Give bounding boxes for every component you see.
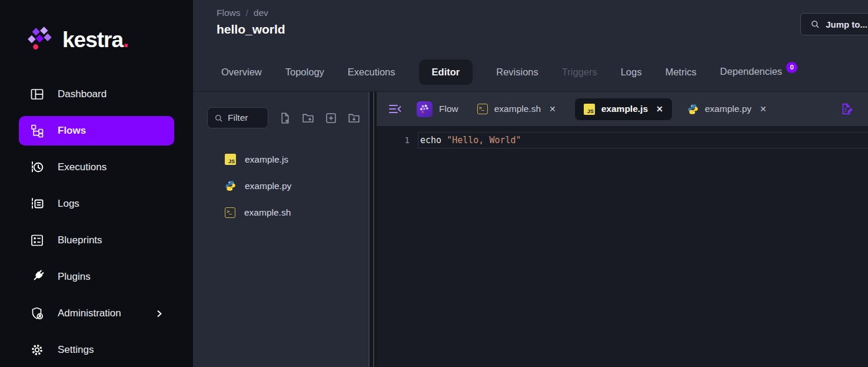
blueprints-icon xyxy=(29,233,45,248)
dependencies-count-badge: 0 xyxy=(786,62,797,73)
shell-icon: >_ xyxy=(225,207,235,218)
code-string: "Hello, World" xyxy=(447,135,521,146)
search-icon xyxy=(214,114,223,123)
tab-triggers: Triggers xyxy=(562,67,597,78)
python-icon xyxy=(687,104,699,115)
panel-splitter[interactable] xyxy=(368,92,377,367)
filter-input[interactable] xyxy=(228,113,263,123)
page-header: Flows / dev hello_world Jump to... xyxy=(193,0,868,53)
flows-icon xyxy=(29,123,45,138)
folder-plus-icon xyxy=(302,112,314,124)
executions-icon xyxy=(29,160,45,175)
file-list: JS example.js example.py >_ example.sh xyxy=(207,146,368,226)
file-plus-icon xyxy=(279,112,291,124)
collapse-explorer-button[interactable] xyxy=(388,103,401,115)
file-item-example-sh[interactable]: >_ example.sh xyxy=(225,199,368,226)
new-folder-button[interactable] xyxy=(302,112,314,124)
tab-revisions[interactable]: Revisions xyxy=(496,67,538,78)
plus-box-icon xyxy=(325,112,337,124)
jump-to-button[interactable]: Jump to... xyxy=(800,13,868,35)
breadcrumb-namespace[interactable]: dev xyxy=(254,8,268,18)
page-title: hello_world xyxy=(217,22,868,37)
javascript-icon: JS xyxy=(225,154,236,165)
editor-tab-example-py[interactable]: example.py ✕ xyxy=(687,104,767,115)
tab-topology[interactable]: Topology xyxy=(285,67,324,78)
administration-icon xyxy=(29,306,45,321)
chevron-right-icon xyxy=(155,309,164,318)
kestra-logo-icon xyxy=(27,27,54,54)
dashboard-icon xyxy=(29,87,45,102)
python-icon xyxy=(225,180,236,191)
menu-collapse-icon xyxy=(388,103,401,115)
shell-icon: >_ xyxy=(477,104,488,114)
sidebar-item-plugins[interactable]: Plugins xyxy=(19,262,174,292)
close-tab-icon[interactable]: ✕ xyxy=(760,104,767,114)
code-editor[interactable]: 1 echo "Hello, World" xyxy=(377,126,868,367)
tab-dependencies[interactable]: Dependencies0 xyxy=(720,66,798,78)
sidebar-item-administration[interactable]: Administration xyxy=(19,299,174,328)
search-icon xyxy=(810,19,820,29)
flow-tab-bar: Overview Topology Executions Editor Revi… xyxy=(193,53,868,91)
code-line-1: 1 echo "Hello, World" xyxy=(377,132,868,148)
sidebar-item-logs[interactable]: Logs xyxy=(19,189,174,219)
editor-tab-example-js[interactable]: JS example.js ✕ xyxy=(575,98,672,120)
tab-logs[interactable]: Logs xyxy=(621,67,642,78)
kestra-app: kestra. Dashboard Flows Executions xyxy=(0,0,868,367)
tab-overview[interactable]: Overview xyxy=(221,67,262,78)
editor-tab-example-sh[interactable]: >_ example.sh ✕ xyxy=(477,104,556,114)
brand-dot: . xyxy=(123,28,128,52)
import-folder-button[interactable] xyxy=(348,112,360,124)
file-item-example-js[interactable]: JS example.js xyxy=(225,146,368,173)
explorer-toolbar xyxy=(207,107,368,128)
sidebar-item-dashboard[interactable]: Dashboard xyxy=(19,80,174,109)
kestra-wordmark: kestra. xyxy=(62,28,128,52)
sidebar-item-settings[interactable]: Settings xyxy=(19,335,174,365)
logs-icon xyxy=(29,196,45,211)
tab-editor[interactable]: Editor xyxy=(419,59,473,85)
new-file-button[interactable] xyxy=(279,112,291,124)
tab-metrics[interactable]: Metrics xyxy=(665,67,696,78)
breadcrumb-separator: / xyxy=(245,8,248,18)
filter-box[interactable] xyxy=(207,107,268,128)
line-number: 1 xyxy=(377,132,418,148)
main-area: Flows / dev hello_world Jump to... Overv… xyxy=(193,0,868,367)
current-line: echo "Hello, World" xyxy=(418,132,868,148)
editor: Flow >_ example.sh ✕ JS example.js ✕ xyxy=(377,92,868,367)
javascript-icon: JS xyxy=(584,104,595,115)
add-button[interactable] xyxy=(325,112,337,124)
breadcrumb: Flows / dev xyxy=(217,8,868,18)
editor-tab-bar: Flow >_ example.sh ✕ JS example.js ✕ xyxy=(377,92,868,126)
file-edit-icon xyxy=(840,103,853,115)
folder-download-icon xyxy=(348,112,360,124)
kestra-flow-icon xyxy=(417,101,433,117)
editor-content-row: JS example.js example.py >_ example.sh xyxy=(193,91,868,367)
close-tab-icon[interactable]: ✕ xyxy=(549,104,556,114)
sidebar-item-flows[interactable]: Flows xyxy=(19,116,174,146)
sidebar: kestra. Dashboard Flows Executions xyxy=(0,0,193,367)
file-item-example-py[interactable]: example.py xyxy=(225,173,368,199)
settings-icon xyxy=(29,342,45,358)
code-command: echo xyxy=(420,135,447,146)
plugins-icon xyxy=(29,269,45,285)
kestra-logo[interactable]: kestra. xyxy=(0,0,193,80)
editor-tab-flow[interactable]: Flow xyxy=(417,101,458,117)
breadcrumb-flows[interactable]: Flows xyxy=(217,8,240,18)
tab-executions[interactable]: Executions xyxy=(348,67,395,78)
close-tab-icon[interactable]: ✕ xyxy=(656,104,663,114)
sidebar-nav: Dashboard Flows Executions Logs xyxy=(0,80,193,365)
edit-flow-button[interactable] xyxy=(840,103,853,115)
file-explorer: JS example.js example.py >_ example.sh xyxy=(193,92,368,367)
sidebar-item-blueprints[interactable]: Blueprints xyxy=(19,226,174,255)
sidebar-item-executions[interactable]: Executions xyxy=(19,153,174,182)
